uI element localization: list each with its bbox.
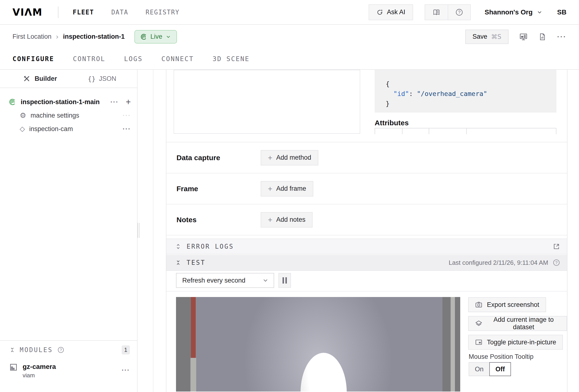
module-icon <box>9 363 18 372</box>
tab-control[interactable]: CONTROL <box>73 55 105 63</box>
more-menu-icon[interactable]: ··· <box>122 366 130 374</box>
help-icon[interactable]: ? <box>57 346 65 354</box>
more-menu-icon[interactable]: ··· <box>123 112 131 119</box>
ask-ai-label: Ask AI <box>387 8 405 16</box>
code-line-open: { <box>386 79 556 89</box>
camera-red-stripe <box>191 297 196 358</box>
layers-icon <box>475 320 483 327</box>
tab-logs[interactable]: LOGS <box>124 55 143 63</box>
add-notes-button[interactable]: + Add notes <box>261 212 313 228</box>
help-icon[interactable]: ? <box>553 259 560 266</box>
add-frame-button[interactable]: + Add frame <box>261 181 313 196</box>
add-component-icon[interactable]: + <box>126 98 131 106</box>
config-mode-toggle: Builder {} JSON <box>0 70 137 88</box>
component-config-panel <box>174 70 360 134</box>
attributes-label: Attributes <box>375 119 409 127</box>
tooltip-on-button[interactable]: On <box>469 362 489 376</box>
frame-row: Frame + Add frame <box>166 173 567 204</box>
error-logs-section-header[interactable]: ERROR LOGS <box>166 238 567 254</box>
module-name: gz-camera <box>23 363 56 371</box>
external-link-icon[interactable] <box>553 243 560 250</box>
tools-icon <box>23 75 30 82</box>
tooltip-off-button[interactable]: Off <box>489 362 511 376</box>
expand-icon <box>175 243 181 250</box>
add-to-dataset-button[interactable]: Add current image to dataset <box>468 316 567 331</box>
inspection-cam-label: inspection-cam <box>29 125 73 133</box>
mouse-tooltip-toggle: On Off <box>469 362 511 376</box>
camera-stream-view[interactable] <box>176 297 460 392</box>
breadcrumb-location[interactable]: First Location <box>12 33 52 40</box>
code-line-id: "id": "/overhead_camera" <box>386 89 556 99</box>
tab-configure[interactable]: CONFIGURE <box>12 55 54 63</box>
nav-item-fleet[interactable]: FLEET <box>73 9 94 16</box>
code-line-close: } <box>386 99 556 108</box>
viam-logo[interactable]: VIΛM <box>12 7 43 18</box>
component-diamond-icon: ◇ <box>20 126 25 132</box>
sidebar-resize-handle[interactable] <box>138 223 141 238</box>
save-label: Save <box>472 33 487 40</box>
plus-icon: + <box>268 185 272 193</box>
module-org: viam <box>23 372 56 379</box>
tree-item-machine-settings[interactable]: ⚙ machine settings ··· <box>0 109 137 122</box>
top-nav: VIΛM FLEET DATA REGISTRY Ask AI <box>0 0 579 25</box>
more-menu-icon[interactable]: ··· <box>557 33 567 41</box>
data-capture-row: Data capture + Add method <box>166 142 567 173</box>
org-name: Shannon's Org <box>485 8 533 16</box>
monitor-view-icon[interactable] <box>519 32 528 41</box>
org-switcher[interactable]: Shannon's Org <box>485 8 543 16</box>
svg-text:?: ? <box>458 10 460 15</box>
signal-icon <box>9 98 16 106</box>
history-document-icon[interactable] <box>538 33 547 41</box>
module-item-gz-camera[interactable]: gz-camera viam ··· <box>0 359 137 379</box>
svg-text:?: ? <box>60 348 62 352</box>
top-nav-right: Ask AI ? Shannon's O <box>369 4 567 20</box>
more-menu-icon[interactable]: ··· <box>110 98 119 106</box>
ai-refresh-sparkle-icon <box>376 9 383 16</box>
export-screenshot-button[interactable]: Export screenshot <box>468 297 546 312</box>
signal-icon <box>140 33 147 40</box>
docs-book-icon[interactable] <box>425 5 448 20</box>
plus-icon: + <box>268 154 272 162</box>
save-button[interactable]: Save ⌘S <box>465 30 508 44</box>
notes-label: Notes <box>166 216 261 224</box>
ask-ai-button[interactable]: Ask AI <box>369 4 413 20</box>
more-menu-icon[interactable]: ··· <box>123 125 131 133</box>
gear-icon: ⚙ <box>20 112 26 119</box>
svg-text:?: ? <box>555 260 558 265</box>
component-json-preview[interactable]: { "id": "/overhead_camera" } <box>375 70 556 113</box>
test-section-header[interactable]: TEST Last configured 2/11/26, 9:11:04 AM… <box>166 255 567 271</box>
machine-name: inspection-station-1 <box>63 33 125 40</box>
tab-3d-scene[interactable]: 3D SCENE <box>213 55 250 63</box>
attributes-table-cell <box>467 128 556 134</box>
refresh-rate-select[interactable]: Refresh every second <box>176 273 274 288</box>
plus-icon: + <box>268 216 272 224</box>
modules-header[interactable]: MODULES ? 1 <box>0 341 137 359</box>
chevron-down-icon <box>165 34 171 40</box>
add-method-button[interactable]: + Add method <box>261 150 318 165</box>
error-logs-label: ERROR LOGS <box>187 243 234 250</box>
nav-item-data[interactable]: DATA <box>111 9 128 16</box>
pause-stream-button[interactable] <box>279 273 291 288</box>
toggle-pip-button[interactable]: Toggle picture-in-picture <box>468 335 563 350</box>
tab-connect[interactable]: CONNECT <box>161 55 194 63</box>
tree-item-inspection-cam[interactable]: ◇ inspection-cam ··· <box>0 122 137 136</box>
nav-item-registry[interactable]: REGISTRY <box>146 9 180 16</box>
test-toolbar-divider <box>166 291 567 292</box>
camera-light-stripe <box>190 358 196 392</box>
json-label: JSON <box>99 75 116 82</box>
user-avatar[interactable]: SB <box>557 8 567 16</box>
live-status-badge[interactable]: Live <box>135 30 177 44</box>
modules-label: MODULES <box>20 346 53 354</box>
config-sidebar: Builder {} JSON inspection-station-1-mai… <box>0 70 138 392</box>
toggle-pip-label: Toggle picture-in-picture <box>487 339 556 346</box>
builder-mode-button[interactable]: Builder <box>23 75 57 82</box>
frame-label: Frame <box>166 185 261 193</box>
tree-item-main-part[interactable]: inspection-station-1-main ··· + <box>0 95 137 109</box>
notes-row: Notes + Add notes <box>166 204 567 235</box>
export-screenshot-label: Export screenshot <box>487 301 539 309</box>
nav-divider <box>58 6 59 18</box>
json-mode-button[interactable]: {} JSON <box>88 75 116 82</box>
pause-icon <box>283 277 284 284</box>
attributes-table-cell <box>375 128 403 134</box>
help-icon[interactable]: ? <box>448 5 470 20</box>
